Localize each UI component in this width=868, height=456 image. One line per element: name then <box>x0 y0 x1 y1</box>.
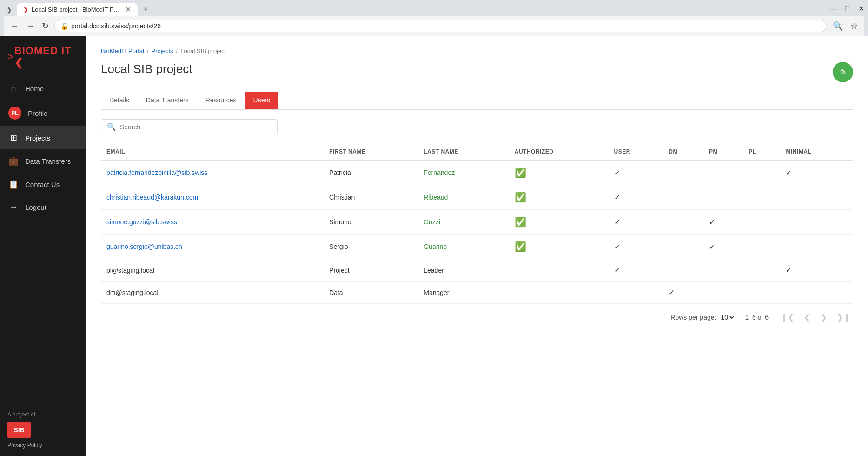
cell-email[interactable]: patricia.fernandezpinilla@sib.swiss <box>101 160 324 185</box>
cell-dm <box>663 259 703 282</box>
cell-first-name: Patricia <box>324 160 418 185</box>
edit-button[interactable]: ✎ <box>833 62 853 82</box>
table-row: simone.guzzi@sib.swiss Simone Guzzi ✅ ✓ … <box>101 210 853 235</box>
search-input[interactable] <box>120 123 272 131</box>
browser-chrome: ❯ ❯ Local SIB project | BioMedIT Po... ✕… <box>0 0 868 36</box>
cell-pl <box>743 282 780 304</box>
cell-last-name: Manager <box>418 282 509 304</box>
cell-minimal <box>780 282 853 304</box>
cell-authorized <box>509 259 609 282</box>
close-btn[interactable]: ✕ <box>858 4 864 13</box>
privacy-link[interactable]: Privacy Policy <box>7 442 79 449</box>
minimal-check-icon: ✓ <box>786 266 792 274</box>
cell-email[interactable]: guarino.sergio@unibas.ch <box>101 235 324 259</box>
tab-favicon: ❯ <box>23 7 28 13</box>
cell-minimal <box>780 235 853 259</box>
cell-email[interactable]: simone.guzzi@sib.swiss <box>101 210 324 235</box>
browser-toolbar: ← → ↻ 🔒 🔍 ☆ <box>4 16 864 36</box>
tab-resources[interactable]: Resources <box>197 92 245 109</box>
sidebar-item-home[interactable]: ⌂ Home <box>0 77 86 100</box>
home-icon: ⌂ <box>8 84 19 94</box>
minimize-btn[interactable]: — <box>829 5 837 13</box>
address-input[interactable] <box>71 22 821 30</box>
breadcrumb-projects[interactable]: Projects <box>152 47 173 54</box>
logout-icon: → <box>8 202 19 212</box>
sidebar-item-data-transfers[interactable]: 💼 Data Transfers <box>0 149 86 173</box>
logo-chevron: ❮ <box>14 57 23 68</box>
cell-minimal <box>780 210 853 235</box>
tab-users[interactable]: Users <box>245 92 279 109</box>
authorized-check-icon: ✅ <box>515 217 526 227</box>
back-btn[interactable]: ← <box>8 20 20 33</box>
cell-email[interactable]: christian.ribeaud@karakun.com <box>101 185 324 210</box>
logo-text: BIOMED IT ❮ <box>14 45 79 69</box>
sidebar: > BIOMED IT ❮ ⌂ Home PL Profile ⊞ Projec… <box>0 36 86 456</box>
rows-per-page-label: Rows per page: <box>670 314 716 321</box>
sidebar-item-profile[interactable]: PL Profile <box>0 100 86 126</box>
sidebar-item-projects[interactable]: ⊞ Projects <box>0 126 86 149</box>
table-row: christian.ribeaud@karakun.com Christian … <box>101 185 853 210</box>
cell-email[interactable]: pl@staging.local <box>101 259 324 282</box>
pagination: Rows per page: 10 25 50 1–6 of 6 ❙❮ ❮ ❯ … <box>101 311 853 323</box>
dm-check-icon: ✓ <box>669 288 675 296</box>
prev-page-btn[interactable]: ❮ <box>801 311 814 323</box>
breadcrumb-sep-1: / <box>147 47 149 54</box>
first-page-btn[interactable]: ❙❮ <box>778 311 797 323</box>
cell-user: ✓ <box>609 259 663 282</box>
logo-arrow-icon: > <box>7 51 13 63</box>
rows-per-page-select[interactable]: 10 25 50 <box>719 313 735 322</box>
page-header: Local SIB project ✎ <box>101 62 853 82</box>
cell-first-name: Project <box>324 259 418 282</box>
sidebar-nav: ⌂ Home PL Profile ⊞ Projects 💼 Data Tran… <box>0 77 86 404</box>
last-page-btn[interactable]: ❯❙ <box>834 311 853 323</box>
search-bar[interactable]: 🔍 <box>101 119 278 134</box>
authorized-check-icon: ✅ <box>515 241 526 252</box>
authorized-check-icon: ✅ <box>515 192 526 202</box>
cell-minimal: ✓ <box>780 160 853 185</box>
rows-per-page: Rows per page: 10 25 50 <box>670 313 735 322</box>
col-first-name: First Name <box>324 144 418 160</box>
cell-first-name: Sergio <box>324 235 418 259</box>
maximize-btn[interactable]: ☐ <box>844 4 851 13</box>
profile-menu-btn[interactable]: ❯ <box>4 4 15 15</box>
cell-user: ✓ <box>609 185 663 210</box>
cell-pm <box>703 185 743 210</box>
col-pm: PM <box>703 144 743 160</box>
breadcrumb-portal[interactable]: BioMedIT Portal <box>101 47 144 54</box>
bookmark-btn[interactable]: ☆ <box>848 19 860 33</box>
sidebar-item-contact-us[interactable]: 📋 Contact Us <box>0 173 86 196</box>
cell-user <box>609 282 663 304</box>
projects-icon: ⊞ <box>8 133 19 143</box>
cell-authorized: ✅ <box>509 210 609 235</box>
user-check-icon: ✓ <box>614 266 620 274</box>
browser-tab[interactable]: ❯ Local SIB project | BioMedIT Po... ✕ <box>17 3 138 16</box>
sidebar-item-profile-label: Profile <box>28 109 48 117</box>
cell-email[interactable]: dm@staging.local <box>101 282 324 304</box>
new-tab-btn[interactable]: + <box>139 3 152 16</box>
cell-minimal <box>780 185 853 210</box>
page-title: Local SIB project <box>101 62 192 76</box>
cell-pm: ✓ <box>703 210 743 235</box>
data-transfers-icon: 💼 <box>8 156 19 166</box>
forward-btn[interactable]: → <box>24 20 36 33</box>
cell-user: ✓ <box>609 210 663 235</box>
cell-dm <box>663 210 703 235</box>
search-icon: 🔍 <box>107 122 116 131</box>
search-page-btn[interactable]: 🔍 <box>831 19 845 33</box>
cell-pm <box>703 282 743 304</box>
tab-details[interactable]: Details <box>101 92 138 109</box>
sidebar-item-logout[interactable]: → Logout <box>0 196 86 219</box>
close-tab-btn[interactable]: ✕ <box>125 6 131 13</box>
col-user: USER <box>609 144 663 160</box>
tab-data-transfers[interactable]: Data Transfers <box>138 92 197 109</box>
reload-btn[interactable]: ↻ <box>40 19 51 33</box>
cell-dm <box>663 185 703 210</box>
breadcrumb-current: Local SIB project <box>180 47 226 54</box>
cell-authorized: ✅ <box>509 160 609 185</box>
address-bar-wrap[interactable]: 🔒 <box>54 20 827 32</box>
table-row: pl@staging.local Project Leader ✓ ✓ <box>101 259 853 282</box>
table-row: guarino.sergio@unibas.ch Sergio Guarino … <box>101 235 853 259</box>
user-check-icon: ✓ <box>614 194 620 201</box>
next-page-btn[interactable]: ❯ <box>817 311 830 323</box>
tab-details-label: Details <box>109 96 129 104</box>
